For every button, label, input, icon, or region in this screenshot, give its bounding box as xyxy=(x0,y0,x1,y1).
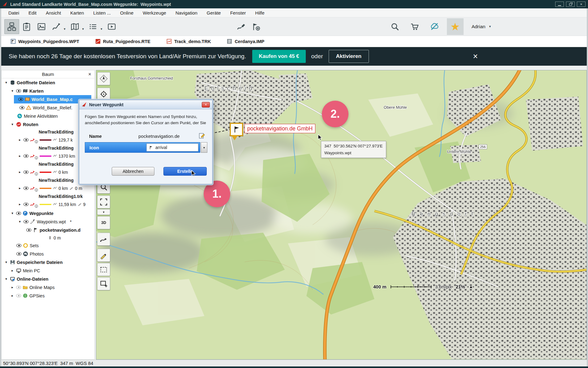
buy-button[interactable]: Kaufen von 45 € xyxy=(252,50,305,63)
visibility-toggle[interactable] xyxy=(24,220,28,223)
data-list-button[interactable] xyxy=(19,19,34,34)
visibility-toggle[interactable] xyxy=(24,138,28,142)
menu-hilfe[interactable]: Hilfe xyxy=(251,10,269,15)
tree-item-saved-files[interactable]: ▾ Gespeicherte Dateien xyxy=(2,258,94,266)
file-tab-route[interactable]: Ruta_Puigpedros.RTE xyxy=(95,39,150,44)
track-tools-dropdown-icon[interactable]: ▾ xyxy=(64,27,66,31)
visibility-toggle[interactable] xyxy=(18,98,23,101)
expand-icon[interactable]: ▸ xyxy=(18,154,22,158)
player-button[interactable] xyxy=(104,19,119,34)
tree-item-photos[interactable]: Photos xyxy=(2,250,94,258)
expand-icon[interactable]: ▸ xyxy=(10,285,15,289)
expand-icon[interactable]: ▸ xyxy=(18,202,22,206)
collapse-icon[interactable]: ▾ xyxy=(4,277,8,281)
tree-item-waypoint[interactable]: pocketnavigation.d xyxy=(2,226,94,234)
map-3d-button[interactable]: 3D xyxy=(97,216,110,229)
cloud-sync-button[interactable] xyxy=(427,19,442,34)
images-button[interactable] xyxy=(34,19,49,34)
visibility-toggle-off[interactable] xyxy=(16,286,21,289)
expand-icon[interactable]: ▸ xyxy=(18,138,22,142)
activate-button[interactable]: Aktivieren xyxy=(329,50,369,63)
collapse-icon[interactable]: ▾ xyxy=(4,260,8,264)
premium-star-button[interactable]: ★ xyxy=(447,18,464,35)
maps-dropdown-icon[interactable]: ▾ xyxy=(82,27,84,31)
visibility-toggle[interactable] xyxy=(24,203,28,206)
cancel-button[interactable]: Abbrechen xyxy=(112,167,154,176)
collapse-icon[interactable]: ▾ xyxy=(10,89,15,93)
map-draw-tool-button[interactable] xyxy=(97,249,110,262)
dialog-titlebar[interactable]: Neuer Wegpunkt × xyxy=(79,100,212,109)
menu-werkzeuge[interactable]: Werkzeuge xyxy=(138,10,171,15)
zoom-up-icon[interactable]: ▲ xyxy=(469,284,473,289)
visibility-toggle[interactable] xyxy=(16,244,21,247)
menu-edit[interactable]: Edit xyxy=(24,10,41,15)
collapse-icon[interactable]: ▾ xyxy=(10,211,15,215)
visibility-toggle[interactable] xyxy=(16,89,21,93)
tree-item-mein-pc[interactable]: ▸ Mein PC xyxy=(2,266,94,275)
tree-item-waypoints-file[interactable]: ▾ Waypoints.wpt * xyxy=(2,217,94,226)
window-titlebar[interactable]: Land Standard Landkarte World_Base_Map.c… xyxy=(0,0,588,8)
visibility-toggle[interactable] xyxy=(24,154,28,158)
user-menu[interactable]: Adrian ▾ xyxy=(472,24,491,29)
icon-dropdown-button[interactable]: ▾ xyxy=(201,142,207,153)
visibility-toggle-off[interactable] xyxy=(16,294,21,297)
edit-name-button[interactable] xyxy=(198,132,206,140)
edit-track-button[interactable] xyxy=(234,19,249,34)
map-route-tool-button[interactable] xyxy=(97,233,110,246)
icon-row-selected[interactable]: Icon arrival xyxy=(85,142,200,153)
tree-item-karten[interactable]: ▾ Karten xyxy=(2,87,94,95)
map-orient-button[interactable] xyxy=(97,72,110,85)
visibility-toggle[interactable] xyxy=(24,186,28,190)
menu-listen[interactable]: Listen ... xyxy=(89,10,115,15)
maximize-button[interactable] xyxy=(566,2,575,7)
maps-button[interactable] xyxy=(67,19,82,34)
map-tools-expander[interactable]: ▾ xyxy=(97,209,110,215)
lists-dropdown-icon[interactable]: ▾ xyxy=(101,27,102,31)
visibility-toggle[interactable] xyxy=(16,212,21,215)
map-center-button[interactable] xyxy=(97,88,110,101)
map-select-area-button[interactable] xyxy=(97,263,110,276)
menu-online[interactable]: Online xyxy=(115,10,138,15)
tree-item-opened-files[interactable]: ▾ Geöffnete Dateien xyxy=(2,78,94,87)
expand-icon[interactable]: ▸ xyxy=(10,294,15,298)
new-waypoint-button[interactable] xyxy=(249,19,263,34)
banner-close-button[interactable]: × xyxy=(473,52,478,61)
file-tab-map[interactable]: Cerdanya.IMP xyxy=(227,39,264,44)
visibility-toggle[interactable] xyxy=(26,228,31,232)
expand-icon[interactable]: ▸ xyxy=(18,186,22,190)
tree-item-wegpunkte[interactable]: ▾ Wegpunkte xyxy=(2,209,94,217)
close-button[interactable]: × xyxy=(577,2,586,7)
tree-item-online-maps[interactable]: ▸ Online Maps xyxy=(2,283,94,291)
track-row[interactable]: ▸ 0 km 0 m xyxy=(2,183,94,193)
tree-item-gpsies[interactable]: ▸ GPSies xyxy=(2,291,94,300)
track-row[interactable]: ▸ 11,59 km 9 xyxy=(2,199,94,209)
menu-karten[interactable]: Karten xyxy=(66,10,89,15)
tree-item-online-files[interactable]: ▾ Online-Dateien xyxy=(2,275,94,283)
icon-row[interactable]: Icon arrival ▾ xyxy=(85,142,207,153)
collapse-icon[interactable]: ▾ xyxy=(10,122,15,126)
map-capture-button[interactable] xyxy=(97,277,110,290)
tree-item-sets[interactable]: Sets xyxy=(2,241,94,250)
store-button[interactable] xyxy=(407,19,422,34)
icon-value-box[interactable]: arrival xyxy=(146,143,198,151)
lists-button[interactable] xyxy=(86,19,101,34)
menu-fenster[interactable]: Fenster xyxy=(226,10,251,15)
visibility-toggle[interactable] xyxy=(24,170,28,174)
tree-close-button[interactable]: × xyxy=(88,71,91,77)
map-waypoint-marker[interactable] xyxy=(230,123,243,136)
minimize-button[interactable] xyxy=(555,2,564,7)
file-tab-track[interactable]: Track_demo.TRK xyxy=(166,39,211,44)
file-tab-waypoints[interactable]: Waypoints_Puigpedros.WPT xyxy=(11,39,79,44)
track-tools-button[interactable] xyxy=(49,19,64,34)
expand-icon[interactable]: ▸ xyxy=(10,269,15,273)
expand-icon[interactable]: ▸ xyxy=(18,170,22,174)
tree-panel-button[interactable] xyxy=(4,19,19,34)
map-fit-button[interactable] xyxy=(97,195,110,208)
menu-datei[interactable]: Datei xyxy=(4,10,24,15)
menu-geraete[interactable]: Geräte xyxy=(202,10,226,15)
name-value-field[interactable]: pocketnavigation.de xyxy=(131,134,187,139)
create-button[interactable]: Erstelle xyxy=(163,167,207,176)
visibility-toggle[interactable] xyxy=(16,252,21,256)
visibility-toggle[interactable] xyxy=(19,106,24,109)
menu-navigation[interactable]: Navigation xyxy=(171,10,202,15)
